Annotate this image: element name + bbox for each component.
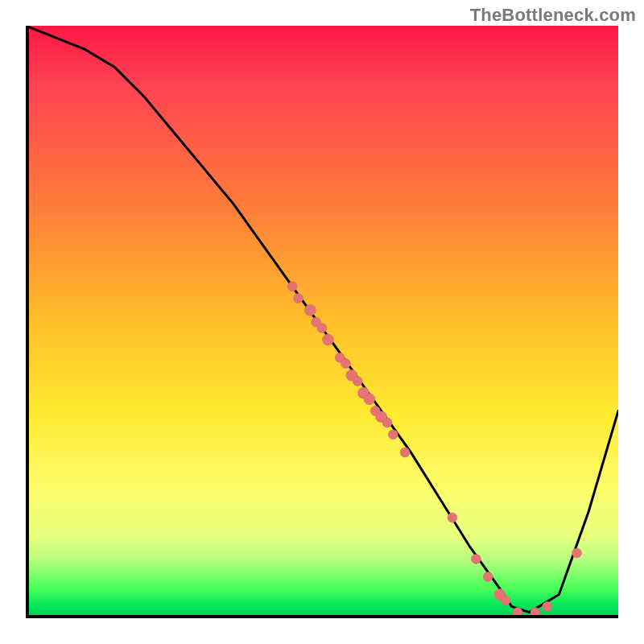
watermark-text: TheBottleneck.com xyxy=(470,5,636,26)
data-marker xyxy=(448,513,457,522)
data-marker xyxy=(353,377,362,386)
data-marker xyxy=(483,572,493,582)
data-marker xyxy=(388,430,398,440)
data-marker xyxy=(364,394,375,405)
data-marker xyxy=(543,601,552,611)
data-marker xyxy=(530,608,540,617)
data-marker xyxy=(513,608,522,617)
data-marker xyxy=(294,294,303,303)
data-marker xyxy=(304,304,316,316)
data-markers xyxy=(287,282,581,617)
data-marker xyxy=(317,323,327,332)
data-marker xyxy=(382,418,392,427)
data-marker xyxy=(341,359,350,369)
curve-layer xyxy=(26,26,618,618)
plot-area xyxy=(26,26,618,618)
data-marker xyxy=(501,596,510,605)
bottleneck-chart: TheBottleneck.com xyxy=(0,0,644,644)
data-marker xyxy=(287,282,297,291)
data-marker xyxy=(400,448,410,457)
bottleneck-curve-path xyxy=(26,26,618,613)
data-marker xyxy=(322,334,333,345)
data-marker xyxy=(471,554,481,564)
data-marker xyxy=(572,548,582,558)
